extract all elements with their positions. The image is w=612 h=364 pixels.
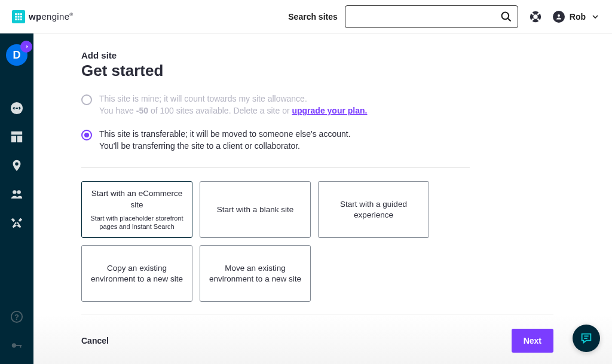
- search-icon[interactable]: [500, 11, 512, 23]
- search-label: Search sites: [288, 12, 338, 22]
- card-ecommerce[interactable]: Start with an eCommerce site Start with …: [81, 181, 192, 238]
- radio-transferable-input[interactable]: [81, 130, 92, 140]
- card-blank[interactable]: Start with a blank site: [200, 181, 311, 238]
- svg-point-12: [533, 14, 537, 19]
- svg-rect-8: [20, 18, 22, 20]
- radio-own-line1: This site is mine; it will count towards…: [99, 93, 367, 105]
- svg-point-24: [17, 190, 20, 194]
- environments-icon[interactable]: [10, 159, 23, 172]
- start-option-cards: Start with an eCommerce site Start with …: [81, 181, 553, 302]
- sidebar: D ?: [0, 33, 33, 364]
- svg-rect-29: [20, 345, 22, 348]
- radio-own-input[interactable]: [81, 94, 92, 105]
- svg-point-17: [558, 14, 560, 17]
- card-move-env[interactable]: Move an existing environment to a new si…: [200, 245, 311, 302]
- user-name: Rob: [570, 12, 586, 22]
- svg-rect-1: [18, 13, 20, 15]
- logo-text: wpengine®: [29, 11, 74, 22]
- chat-bubble-icon[interactable]: [573, 325, 600, 352]
- main-content: Add site Get started This site is mine; …: [33, 33, 612, 364]
- chevron-down-icon: [590, 12, 600, 22]
- svg-point-22: [15, 163, 19, 166]
- svg-rect-20: [11, 136, 16, 142]
- transfers-icon[interactable]: [10, 102, 23, 115]
- ownership-radio-group: This site is mine; it will count towards…: [81, 90, 470, 168]
- logo-mark-icon: [12, 10, 25, 23]
- help-icon[interactable]: ?: [10, 310, 23, 323]
- radio-transferable-line2: You'll be transferring the site to a cli…: [99, 140, 351, 152]
- org-badge[interactable]: D: [6, 44, 27, 66]
- svg-text:?: ?: [14, 313, 19, 322]
- radio-own-site: This site is mine; it will count towards…: [81, 90, 470, 120]
- cancel-button[interactable]: Cancel: [81, 336, 109, 345]
- brand-logo[interactable]: wpengine®: [12, 10, 74, 23]
- radio-transferable-line1: This site is transferable; it will be mo…: [99, 129, 351, 140]
- users-icon[interactable]: [10, 188, 23, 201]
- breadcrumb: Add site: [81, 50, 553, 60]
- card-copy-env[interactable]: Copy an existing environment to a new si…: [81, 245, 192, 302]
- svg-rect-3: [15, 16, 17, 17]
- dashboard-icon[interactable]: [10, 130, 23, 143]
- next-button[interactable]: Next: [512, 329, 553, 353]
- card-guided[interactable]: Start with a guided experience: [318, 181, 429, 238]
- svg-rect-6: [15, 18, 17, 20]
- page-title: Get started: [81, 62, 553, 80]
- svg-rect-5: [20, 16, 22, 17]
- svg-point-27: [12, 343, 16, 347]
- svg-point-23: [13, 190, 16, 194]
- expand-arrow-icon[interactable]: [20, 41, 32, 53]
- user-menu[interactable]: Rob: [553, 11, 600, 23]
- svg-rect-2: [20, 13, 22, 15]
- tools-icon[interactable]: [10, 216, 23, 230]
- key-icon[interactable]: [10, 339, 23, 352]
- search-wrap: Search sites: [288, 5, 518, 28]
- support-icon[interactable]: [529, 10, 542, 23]
- upgrade-plan-link[interactable]: upgrade your plan.: [292, 106, 367, 115]
- svg-rect-4: [18, 16, 20, 17]
- svg-rect-21: [17, 136, 22, 142]
- search-input[interactable]: [345, 5, 518, 28]
- svg-rect-7: [18, 18, 20, 20]
- svg-point-9: [501, 12, 509, 19]
- svg-rect-0: [15, 13, 17, 15]
- svg-line-10: [507, 18, 510, 21]
- topbar: wpengine® Search sites Rob: [0, 0, 612, 33]
- wizard-footer: Cancel Next: [81, 314, 553, 364]
- radio-transferable[interactable]: This site is transferable; it will be mo…: [81, 125, 470, 155]
- avatar-icon: [553, 11, 565, 23]
- radio-own-line2: You have -50 of 100 sites available. Del…: [99, 105, 367, 117]
- svg-rect-19: [11, 131, 22, 135]
